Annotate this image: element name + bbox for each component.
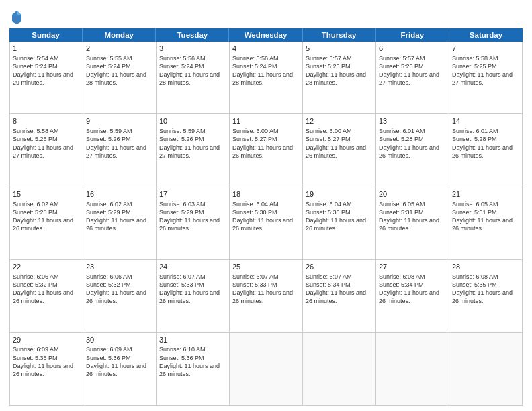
week-row-4: 22 Sunrise: 6:06 AM Sunset: 5:32 PM Dayl… <box>9 260 523 332</box>
day-number: 29 <box>13 335 80 345</box>
cal-cell: 2 Sunrise: 5:55 AM Sunset: 5:24 PM Dayli… <box>83 42 157 113</box>
cal-cell: 17 Sunrise: 6:03 AM Sunset: 5:29 PM Dayl… <box>157 187 230 259</box>
daylight-label: Daylight: 11 hours and 26 minutes. <box>159 217 220 232</box>
cal-cell: 23 Sunrise: 6:06 AM Sunset: 5:32 PM Dayl… <box>83 260 157 332</box>
day-number: 12 <box>306 116 373 126</box>
sunset-label: Sunset: 5:26 PM <box>13 136 58 142</box>
day-number: 21 <box>452 189 519 199</box>
page: SundayMondayTuesdayWednesdayThursdayFrid… <box>0 0 532 411</box>
cal-cell: 18 Sunrise: 6:04 AM Sunset: 5:30 PM Dayl… <box>230 187 303 259</box>
cal-cell: 14 Sunrise: 6:01 AM Sunset: 5:28 PM Dayl… <box>449 114 523 186</box>
daylight-label: Daylight: 11 hours and 26 minutes. <box>452 289 513 304</box>
daylight-label: Daylight: 11 hours and 26 minutes. <box>232 217 293 232</box>
sunrise-label: Sunrise: 6:06 AM <box>13 273 59 280</box>
sunrise-label: Sunrise: 5:59 AM <box>86 128 132 134</box>
cal-cell: 3 Sunrise: 5:56 AM Sunset: 5:24 PM Dayli… <box>157 42 230 113</box>
day-number: 24 <box>159 262 226 272</box>
sunset-label: Sunset: 5:36 PM <box>86 355 131 361</box>
sunset-label: Sunset: 5:26 PM <box>159 136 204 142</box>
sunrise-label: Sunrise: 5:56 AM <box>159 55 206 62</box>
week-row-3: 15 Sunrise: 6:02 AM Sunset: 5:28 PM Dayl… <box>9 187 523 260</box>
sunset-label: Sunset: 5:24 PM <box>232 63 277 70</box>
sunrise-label: Sunrise: 6:00 AM <box>306 128 352 134</box>
daylight-label: Daylight: 11 hours and 26 minutes. <box>232 289 293 304</box>
cal-cell: 5 Sunrise: 5:57 AM Sunset: 5:25 PM Dayli… <box>303 42 376 113</box>
daylight-label: Daylight: 11 hours and 26 minutes. <box>13 289 73 304</box>
sunset-label: Sunset: 5:34 PM <box>379 281 424 288</box>
day-number: 3 <box>159 44 226 54</box>
calendar: SundayMondayTuesdayWednesdayThursdayFrid… <box>9 28 523 406</box>
logo <box>9 9 23 24</box>
header-day-sunday: Sunday <box>9 28 83 42</box>
sunset-label: Sunset: 5:25 PM <box>379 63 424 70</box>
day-number: 27 <box>379 262 446 272</box>
sunrise-label: Sunrise: 6:05 AM <box>452 201 498 208</box>
day-number: 6 <box>379 44 446 54</box>
sunset-label: Sunset: 5:34 PM <box>306 281 351 288</box>
day-number: 10 <box>159 116 226 126</box>
daylight-label: Daylight: 11 hours and 29 minutes. <box>13 71 73 86</box>
cal-cell: 28 Sunrise: 6:08 AM Sunset: 5:35 PM Dayl… <box>449 260 523 332</box>
daylight-label: Daylight: 11 hours and 26 minutes. <box>86 217 146 232</box>
cal-cell: 22 Sunrise: 6:06 AM Sunset: 5:32 PM Dayl… <box>10 260 83 332</box>
cal-cell: 29 Sunrise: 6:09 AM Sunset: 5:35 PM Dayl… <box>10 333 83 405</box>
cal-cell: 15 Sunrise: 6:02 AM Sunset: 5:28 PM Dayl… <box>10 187 83 259</box>
cal-cell: 19 Sunrise: 6:04 AM Sunset: 5:30 PM Dayl… <box>303 187 376 259</box>
day-number: 8 <box>13 116 80 126</box>
daylight-label: Daylight: 11 hours and 26 minutes. <box>159 363 220 377</box>
day-number: 16 <box>86 189 153 199</box>
day-number: 11 <box>232 116 300 126</box>
cal-cell: 7 Sunrise: 5:58 AM Sunset: 5:25 PM Dayli… <box>449 42 523 113</box>
sunset-label: Sunset: 5:29 PM <box>159 209 204 216</box>
day-number: 19 <box>306 189 373 199</box>
sunrise-label: Sunrise: 5:57 AM <box>379 55 425 62</box>
sunrise-label: Sunrise: 6:10 AM <box>159 346 206 353</box>
cal-cell: 10 Sunrise: 5:59 AM Sunset: 5:26 PM Dayl… <box>157 114 230 186</box>
header-day-saturday: Saturday <box>449 28 523 42</box>
daylight-label: Daylight: 11 hours and 28 minutes. <box>306 71 366 86</box>
cal-cell: 20 Sunrise: 6:05 AM Sunset: 5:31 PM Dayl… <box>376 187 449 259</box>
sunset-label: Sunset: 5:33 PM <box>159 281 204 288</box>
sunrise-label: Sunrise: 6:01 AM <box>379 128 425 134</box>
sunrise-label: Sunrise: 6:02 AM <box>13 201 59 208</box>
sunset-label: Sunset: 5:28 PM <box>452 136 497 142</box>
week-row-2: 8 Sunrise: 5:58 AM Sunset: 5:26 PM Dayli… <box>9 114 523 187</box>
cal-cell <box>230 333 303 405</box>
logo-icon <box>11 9 23 24</box>
calendar-body: 1 Sunrise: 5:54 AM Sunset: 5:24 PM Dayli… <box>9 42 523 406</box>
sunset-label: Sunset: 5:28 PM <box>379 136 424 142</box>
week-row-1: 1 Sunrise: 5:54 AM Sunset: 5:24 PM Dayli… <box>9 42 523 114</box>
cal-cell: 24 Sunrise: 6:07 AM Sunset: 5:33 PM Dayl… <box>157 260 230 332</box>
sunset-label: Sunset: 5:35 PM <box>452 281 497 288</box>
sunset-label: Sunset: 5:36 PM <box>159 355 204 361</box>
cal-cell <box>449 333 523 405</box>
sunrise-label: Sunrise: 5:56 AM <box>232 55 279 62</box>
sunrise-label: Sunrise: 6:08 AM <box>452 273 498 280</box>
day-number: 22 <box>13 262 80 272</box>
daylight-label: Daylight: 11 hours and 26 minutes. <box>306 217 366 232</box>
sunset-label: Sunset: 5:24 PM <box>13 63 58 70</box>
cal-cell: 4 Sunrise: 5:56 AM Sunset: 5:24 PM Dayli… <box>230 42 303 113</box>
sunset-label: Sunset: 5:24 PM <box>159 63 204 70</box>
cal-cell: 27 Sunrise: 6:08 AM Sunset: 5:34 PM Dayl… <box>376 260 449 332</box>
cal-cell: 31 Sunrise: 6:10 AM Sunset: 5:36 PM Dayl… <box>157 333 230 405</box>
cal-cell: 25 Sunrise: 6:07 AM Sunset: 5:33 PM Dayl… <box>230 260 303 332</box>
daylight-label: Daylight: 11 hours and 26 minutes. <box>86 363 146 377</box>
cal-cell: 8 Sunrise: 5:58 AM Sunset: 5:26 PM Dayli… <box>10 114 83 186</box>
svg-marker-1 <box>17 11 21 15</box>
day-number: 25 <box>232 262 300 272</box>
sunset-label: Sunset: 5:27 PM <box>306 136 351 142</box>
sunset-label: Sunset: 5:31 PM <box>452 209 497 216</box>
day-number: 28 <box>452 262 519 272</box>
daylight-label: Daylight: 11 hours and 26 minutes. <box>159 289 220 304</box>
cal-cell: 12 Sunrise: 6:00 AM Sunset: 5:27 PM Dayl… <box>303 114 376 186</box>
sunrise-label: Sunrise: 5:58 AM <box>13 128 59 134</box>
sunrise-label: Sunrise: 5:55 AM <box>86 55 132 62</box>
daylight-label: Daylight: 11 hours and 28 minutes. <box>86 71 146 86</box>
daylight-label: Daylight: 11 hours and 26 minutes. <box>379 217 439 232</box>
header-day-monday: Monday <box>83 28 156 42</box>
day-number: 4 <box>232 44 300 54</box>
sunset-label: Sunset: 5:28 PM <box>13 209 58 216</box>
sunset-label: Sunset: 5:24 PM <box>86 63 131 70</box>
day-number: 1 <box>13 44 80 54</box>
